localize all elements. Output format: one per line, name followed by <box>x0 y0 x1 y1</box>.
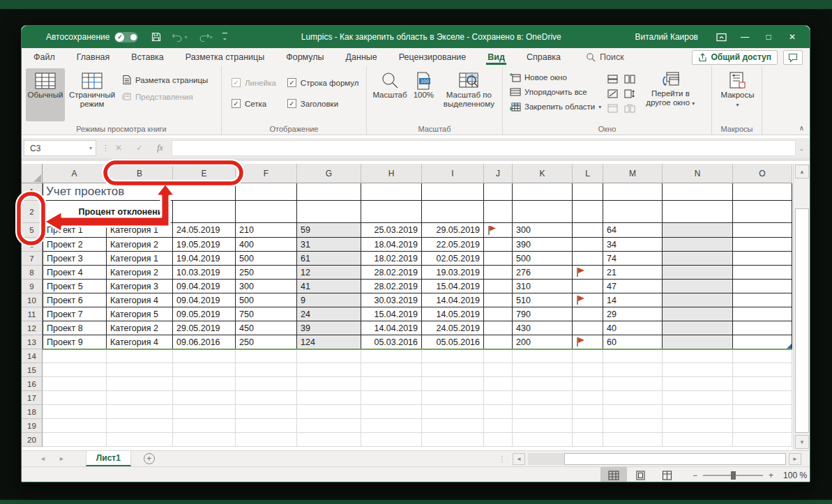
cell-O11[interactable] <box>733 307 792 321</box>
cell-G13[interactable]: 124 <box>297 335 361 349</box>
cell-E14[interactable] <box>173 349 236 363</box>
cell-F14[interactable] <box>236 349 297 363</box>
cell-M1[interactable] <box>603 183 663 201</box>
cell-E8[interactable]: 10.03.2019 <box>173 266 236 280</box>
tab-Справка[interactable]: Справка <box>525 49 562 65</box>
split-button[interactable] <box>606 74 619 84</box>
cell-N11[interactable] <box>663 307 733 321</box>
row-header-12[interactable]: 12 <box>22 321 43 335</box>
minimize-button[interactable]: — <box>733 27 757 47</box>
cell-H10[interactable]: 30.03.2019 <box>361 293 422 307</box>
zoom-button[interactable]: Масштаб <box>371 68 409 121</box>
cell-L1[interactable] <box>573 183 603 201</box>
confirm-entry-button[interactable]: ✓ <box>136 143 143 153</box>
cell-G9[interactable]: 41 <box>297 280 361 293</box>
cell-G15[interactable] <box>297 363 361 377</box>
cell-J16[interactable] <box>484 377 513 391</box>
collapse-ribbon-button[interactable]: ∧ <box>799 124 804 132</box>
cell-I20[interactable] <box>422 433 484 447</box>
cell-A2[interactable]: Процент отклонения: <box>43 201 173 223</box>
cell-I5[interactable]: 29.05.2019 <box>422 223 484 238</box>
cell-I12[interactable]: 24.05.2019 <box>422 321 484 335</box>
row-header-17[interactable]: 17 <box>22 391 43 405</box>
zoom-to-selection-button[interactable]: Масштаб по выделенному <box>439 68 499 121</box>
cell-M9[interactable]: 47 <box>603 280 663 293</box>
cell-O5[interactable] <box>733 223 792 238</box>
name-box[interactable]: C3 ▾ <box>24 140 96 156</box>
cell-E9[interactable]: 09.04.2019 <box>173 280 236 293</box>
column-header-F[interactable]: F <box>236 164 297 183</box>
cell-N14[interactable] <box>663 349 733 363</box>
cell-B14[interactable] <box>107 349 173 363</box>
cell-H12[interactable]: 14.04.2019 <box>361 321 422 335</box>
cell-K13[interactable]: 200 <box>513 335 573 349</box>
cell-M19[interactable] <box>603 419 663 433</box>
cell-L15[interactable] <box>573 363 603 377</box>
cell-J15[interactable] <box>484 363 513 377</box>
cell-H2[interactable] <box>361 201 422 223</box>
row-header-5[interactable]: 5 <box>22 223 43 238</box>
cell-E10[interactable]: 09.04.2019 <box>173 293 236 307</box>
synchronous-scrolling-button[interactable] <box>623 89 636 99</box>
column-header-K[interactable]: K <box>513 164 573 183</box>
cell-B20[interactable] <box>107 433 173 447</box>
cell-F6[interactable]: 400 <box>236 238 297 252</box>
cell-M20[interactable] <box>603 433 663 447</box>
cell-H1[interactable] <box>361 183 422 201</box>
autosave-toggle[interactable]: ✓ <box>114 32 138 43</box>
cell-N8[interactable] <box>663 266 733 280</box>
cell-K20[interactable] <box>513 433 573 447</box>
cell-G18[interactable] <box>297 405 361 419</box>
cell-I18[interactable] <box>422 405 484 419</box>
cell-I14[interactable] <box>422 349 484 363</box>
cell-G20[interactable] <box>297 433 361 447</box>
cell-B15[interactable] <box>107 363 173 377</box>
cell-M11[interactable]: 29 <box>603 307 663 321</box>
cell-A5[interactable]: Проект 1 <box>43 223 107 238</box>
row-header-16[interactable]: 16 <box>22 377 43 391</box>
custom-views-button[interactable]: Представления <box>122 91 208 102</box>
cell-B6[interactable]: Категория 2 <box>107 238 173 252</box>
scroll-right-button[interactable]: ► <box>789 453 801 465</box>
cell-L6[interactable] <box>573 238 603 252</box>
cell-E7[interactable]: 19.04.2019 <box>173 252 236 266</box>
cell-F20[interactable] <box>236 433 297 447</box>
cell-G16[interactable] <box>297 377 361 391</box>
cell-G11[interactable]: 24 <box>297 307 361 321</box>
cell-H20[interactable] <box>361 433 422 447</box>
cell-E13[interactable]: 09.06.2016 <box>173 335 236 349</box>
cell-A13[interactable]: Проект 9 <box>43 335 107 349</box>
cell-K7[interactable]: 500 <box>513 252 573 266</box>
cell-F12[interactable]: 450 <box>236 321 297 335</box>
cell-E19[interactable] <box>173 419 236 433</box>
cell-K8[interactable]: 276 <box>513 266 573 280</box>
column-header-L[interactable]: L <box>573 164 603 183</box>
cell-A17[interactable] <box>43 391 107 405</box>
tab-Вид[interactable]: Вид <box>486 49 506 65</box>
cell-J7[interactable] <box>484 252 513 266</box>
cell-A1[interactable]: Учет проектов <box>43 183 236 201</box>
formula-input[interactable] <box>172 140 796 156</box>
zoom-out-button[interactable]: − <box>693 471 697 480</box>
macros-button[interactable]: Макросы ▾ <box>716 68 759 121</box>
cell-A18[interactable] <box>43 405 107 419</box>
cell-O14[interactable] <box>733 349 792 363</box>
cell-E20[interactable] <box>173 433 236 447</box>
cell-F19[interactable] <box>236 419 297 433</box>
cell-G8[interactable]: 12 <box>297 266 361 280</box>
cell-O8[interactable] <box>733 266 792 280</box>
cell-L14[interactable] <box>573 349 603 363</box>
cell-N9[interactable] <box>663 280 733 293</box>
cell-L19[interactable] <box>573 419 603 433</box>
cell-A20[interactable] <box>43 433 107 447</box>
cell-K15[interactable] <box>513 363 573 377</box>
cell-K9[interactable]: 310 <box>513 280 573 293</box>
cell-K14[interactable] <box>513 349 573 363</box>
cell-L12[interactable] <box>573 321 603 335</box>
cell-I7[interactable]: 02.05.2019 <box>422 252 484 266</box>
cell-M8[interactable]: 21 <box>603 266 663 280</box>
cell-H8[interactable]: 28.02.2019 <box>361 266 422 280</box>
tab-Главная[interactable]: Главная <box>75 49 112 65</box>
cell-L18[interactable] <box>573 405 603 419</box>
gridlines-checkbox[interactable]: ✓ Сетка <box>232 99 276 108</box>
